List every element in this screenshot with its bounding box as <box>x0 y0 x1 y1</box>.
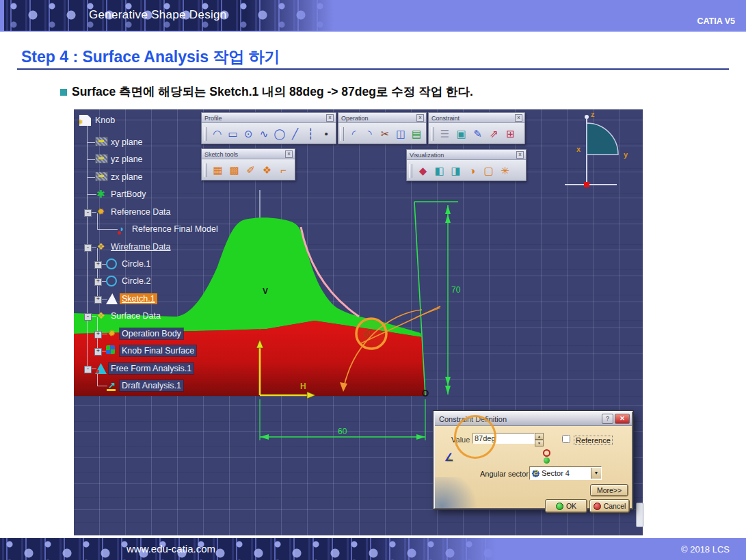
reference-checkbox[interactable] <box>562 435 570 443</box>
join-icon <box>106 345 115 354</box>
spin-down-icon[interactable]: ▼ <box>535 440 544 446</box>
cancel-button[interactable]: Cancel <box>590 500 629 512</box>
part-icon <box>79 115 91 126</box>
body-icon <box>95 206 107 217</box>
ok-button[interactable]: OK <box>546 500 587 512</box>
slide: Generative Shape Design CATIA V5 Step 4 … <box>0 0 746 560</box>
body-icon <box>106 328 118 339</box>
plane-icon <box>95 137 108 146</box>
workbench-title: Generative Shape Design <box>89 8 227 22</box>
tree-item-circle-2[interactable]: Circle.2 <box>120 276 152 286</box>
cancel-label: Cancel <box>604 502 626 510</box>
tree-item-xy-plane[interactable]: xy plane <box>109 137 145 148</box>
tree-expand-toggle[interactable]: - <box>84 209 92 217</box>
sector-value: Sector 4 <box>542 469 591 477</box>
cancel-icon <box>594 503 601 510</box>
spin-up-icon[interactable]: ▲ <box>535 433 544 440</box>
tree-item-knob[interactable]: Knob <box>93 115 117 126</box>
dialog-titlebar[interactable]: Constraint Definition ? ✕ <box>435 412 632 426</box>
angle-measure-icon: ∠ <box>444 452 457 463</box>
dialog-body: Value ▲ ▼ Reference ∠ Angular sector Sec… <box>435 426 632 507</box>
dropdown-arrow-icon[interactable]: ▼ <box>591 468 601 479</box>
tree-expand-toggle[interactable]: - <box>84 244 92 252</box>
tree-item-sketch-1[interactable]: Sketch.1 <box>120 293 157 304</box>
reference-label: Reference <box>574 436 613 445</box>
surface-icon <box>116 224 128 235</box>
tree-expand-toggle[interactable]: - <box>84 313 92 321</box>
tree-item-reference-data[interactable]: Reference Data <box>109 206 173 217</box>
tree-item-free-form-analysis-1[interactable]: Free Form Analysis.1 <box>109 363 194 374</box>
sector-icon <box>531 469 540 478</box>
tree-item-reference-final-model[interactable]: Reference Final Model <box>130 224 220 235</box>
tree-item-wireframe-data[interactable]: Wireframe Data <box>109 241 173 252</box>
tree-item-circle-1[interactable]: Circle.1 <box>120 258 152 269</box>
footer-banner: www.edu-catia.com © 2018 LCS <box>0 538 746 560</box>
sketch-icon <box>106 293 118 304</box>
tree-item-draft-analysis-1[interactable]: Draft Analysis.1 <box>120 380 183 391</box>
footer-decoration <box>0 538 506 560</box>
title-underline <box>17 68 729 70</box>
value-label: Value <box>451 436 470 444</box>
tree-expand-toggle[interactable]: + <box>94 296 102 304</box>
close-icon[interactable]: ✕ <box>615 414 630 424</box>
tree-item-knob-final-surface[interactable]: Knob Final Surface <box>120 345 196 356</box>
angular-sector-select[interactable]: Sector 4 ▼ <box>529 466 602 480</box>
bullet-icon <box>60 89 67 96</box>
tree-item-operation-body[interactable]: Operation Body <box>120 328 183 339</box>
tree-connector <box>97 248 98 299</box>
website-link[interactable]: www.edu-catia.com <box>126 543 215 555</box>
tree-item-surface-data[interactable]: Surface Data <box>109 310 163 321</box>
tree-item-partbody[interactable]: PartBody <box>109 189 148 200</box>
plane-icon <box>95 154 108 163</box>
circle-icon <box>106 258 117 269</box>
anchor-status-icon <box>543 449 550 464</box>
geoset-icon <box>95 241 107 252</box>
tree-expand-toggle[interactable]: + <box>94 261 102 269</box>
tree-item-zx-plane[interactable]: zx plane <box>109 172 145 183</box>
brand-label: CATIA V5 <box>697 16 735 26</box>
help-icon[interactable]: ? <box>602 414 613 424</box>
tree-expand-toggle[interactable]: + <box>94 348 102 356</box>
more-label: More>> <box>597 486 622 494</box>
tree-expand-toggle[interactable]: + <box>94 278 102 286</box>
value-input[interactable] <box>472 433 535 444</box>
ok-icon <box>556 503 563 510</box>
angular-sector-label: Angular sector <box>480 470 529 478</box>
value-spinner[interactable]: ▲ ▼ <box>535 433 544 445</box>
freeform-analysis-icon <box>95 363 107 374</box>
copyright-label: © 2018 LCS <box>681 544 730 555</box>
ok-label: OK <box>566 502 576 510</box>
bullet-text: Surface 측면에 해당되는 Sketch.1 내의 88deg -> 87… <box>72 83 473 100</box>
geoset-icon <box>95 310 107 321</box>
tree-connector <box>98 229 118 230</box>
plane-icon <box>95 172 108 181</box>
partbody-icon <box>95 189 107 200</box>
constraint-definition-dialog: Constraint Definition ? ✕ Value ▲ ▼ Refe… <box>434 411 633 509</box>
circle-icon <box>106 276 117 286</box>
page-title: Step 4 : Surface Analysis 작업 하기 <box>21 46 280 68</box>
tree-expand-toggle[interactable]: + <box>94 331 102 338</box>
tree-item-yz-plane[interactable]: yz plane <box>109 154 145 165</box>
dialog-title: Constraint Definition <box>439 415 600 423</box>
more-button[interactable]: More>> <box>591 485 628 496</box>
draft-analysis-icon <box>106 380 118 391</box>
catia-viewport[interactable]: 70 60 87 V H <box>74 109 643 535</box>
tree-expand-toggle[interactable]: - <box>84 366 92 373</box>
header-banner: Generative Shape Design CATIA V5 <box>0 0 746 32</box>
